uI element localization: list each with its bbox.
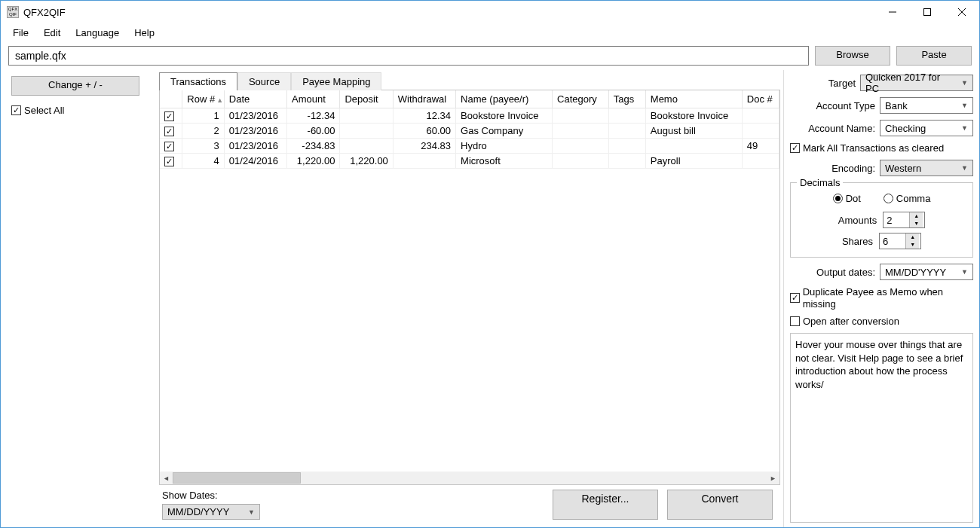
- show-dates-label: Show Dates:: [162, 490, 260, 501]
- account-name-select[interactable]: Checking▼: [880, 120, 973, 136]
- account-type-select[interactable]: Bank▼: [880, 97, 973, 114]
- menu-help[interactable]: Help: [127, 26, 162, 40]
- decimals-legend: Decimals: [797, 177, 843, 188]
- horizontal-scrollbar[interactable]: ◄ ►: [160, 472, 779, 484]
- change-sign-button[interactable]: Change + / -: [11, 76, 139, 96]
- main-area: Change + / - ✓ Select All Transactions S…: [1, 70, 979, 527]
- cell-category: [553, 139, 609, 154]
- cell-withdrawal: 60.00: [393, 124, 455, 139]
- register-button[interactable]: Register...: [553, 490, 658, 520]
- open-after-label: Open after conversion: [803, 316, 899, 327]
- cell-withdrawal: [393, 154, 455, 169]
- table-row[interactable]: ✓201/23/2016-60.0060.00Gas CompanyAugust…: [160, 124, 779, 139]
- tab-transactions[interactable]: Transactions: [159, 72, 237, 90]
- open-after-checkbox[interactable]: [790, 316, 800, 326]
- spinner-down-icon[interactable]: ▼: [910, 220, 923, 227]
- scroll-thumb[interactable]: [173, 472, 301, 484]
- convert-button[interactable]: Convert: [667, 490, 773, 520]
- dup-payee-row[interactable]: ✓ Duplicate Payee as Memo when missing: [790, 286, 973, 310]
- menu-language[interactable]: Language: [68, 26, 127, 40]
- radio-dot[interactable]: [833, 194, 843, 203]
- output-dates-select[interactable]: MM/DD'YYYY▼: [880, 264, 973, 280]
- col-header-row[interactable]: Row #▲: [182, 90, 224, 108]
- spinner-up-icon[interactable]: ▲: [910, 212, 923, 220]
- cell-tags: [608, 139, 645, 154]
- col-header-date[interactable]: Date: [224, 90, 286, 108]
- shares-spinner[interactable]: ▲▼: [879, 233, 921, 249]
- decimals-fieldset: Decimals Dot Comma Amounts: [790, 182, 973, 258]
- svg-rect-1: [924, 9, 931, 16]
- col-header-category[interactable]: Category: [553, 90, 609, 108]
- select-all-checkbox[interactable]: ✓: [11, 105, 21, 115]
- show-dates-select[interactable]: MM/DD/YYYY ▼: [162, 504, 260, 520]
- account-type-label: Account Type: [816, 100, 875, 111]
- spinner-up-icon[interactable]: ▲: [906, 233, 919, 241]
- cell-deposit: [340, 108, 393, 124]
- table-row[interactable]: ✓101/23/2016-12.3412.34Bookstore Invoice…: [160, 108, 779, 124]
- radio-comma-row[interactable]: Comma: [884, 193, 931, 204]
- minimize-button[interactable]: [875, 1, 910, 23]
- col-header-memo[interactable]: Memo: [645, 90, 742, 108]
- file-path-input[interactable]: [8, 46, 809, 66]
- amounts-label: Amounts: [838, 215, 877, 226]
- cell-row: 1: [182, 108, 224, 124]
- hint-box: Hover your mouse over things that are no…: [790, 333, 973, 523]
- cell-date: 01/24/2016: [224, 154, 286, 169]
- paste-button[interactable]: Paste: [896, 46, 972, 66]
- col-header-name[interactable]: Name (payee/r): [456, 90, 553, 108]
- amounts-spinner[interactable]: ▲▼: [883, 212, 925, 228]
- cell-category: [553, 124, 609, 139]
- left-pane: Change + / - ✓ Select All: [1, 70, 159, 527]
- mark-cleared-checkbox[interactable]: ✓: [790, 143, 800, 153]
- cell-tags: [608, 108, 645, 124]
- cell-amount: -12.34: [287, 108, 340, 124]
- row-checkbox[interactable]: ✓: [164, 111, 174, 121]
- menu-file[interactable]: File: [5, 26, 36, 40]
- target-select[interactable]: Quicken 2017 for PC▼: [860, 75, 973, 91]
- menu-edit[interactable]: Edit: [36, 26, 68, 40]
- maximize-button[interactable]: [910, 1, 945, 23]
- cell-deposit: [340, 139, 393, 154]
- scroll-left-icon[interactable]: ◄: [160, 472, 173, 484]
- col-header-check[interactable]: [160, 90, 182, 108]
- dup-payee-label: Duplicate Payee as Memo when missing: [803, 286, 973, 310]
- table-row[interactable]: ✓301/23/2016-234.83234.83Hydro49: [160, 139, 779, 154]
- table-row[interactable]: ✓401/24/20161,220.001,220.00MicrosoftPay…: [160, 154, 779, 169]
- col-header-amount[interactable]: Amount: [287, 90, 340, 108]
- bottom-bar: Show Dates: MM/DD/YYYY ▼ Register... Con…: [159, 485, 780, 527]
- col-header-deposit[interactable]: Deposit: [340, 90, 393, 108]
- cell-tags: [608, 124, 645, 139]
- shares-label: Shares: [842, 236, 873, 247]
- encoding-select[interactable]: Western▼: [880, 160, 973, 176]
- cell-name: Bookstore Invoice: [456, 108, 553, 124]
- tab-payee-mapping[interactable]: Payee Mapping: [291, 72, 381, 90]
- close-button[interactable]: [945, 1, 979, 23]
- shares-input[interactable]: [880, 236, 905, 247]
- scroll-right-icon[interactable]: ►: [767, 472, 779, 484]
- mark-cleared-label: Mark All Transactions as cleared: [803, 142, 944, 154]
- spinner-down-icon[interactable]: ▼: [906, 241, 919, 249]
- cell-row: 2: [182, 124, 224, 139]
- row-checkbox[interactable]: ✓: [164, 127, 174, 136]
- cell-doc: 49: [742, 139, 779, 154]
- col-header-tags[interactable]: Tags: [608, 90, 645, 108]
- radio-dot-row[interactable]: Dot: [833, 193, 861, 204]
- cell-category: [553, 154, 609, 169]
- cell-name: Gas Company: [456, 124, 553, 139]
- row-checkbox[interactable]: ✓: [164, 157, 174, 166]
- window-title: QFX2QIF: [23, 7, 66, 18]
- tab-source[interactable]: Source: [237, 72, 291, 90]
- radio-comma[interactable]: [884, 194, 893, 203]
- browse-button[interactable]: Browse: [815, 46, 890, 66]
- dup-payee-checkbox[interactable]: ✓: [790, 293, 800, 303]
- row-checkbox[interactable]: ✓: [164, 142, 174, 151]
- mark-cleared-row[interactable]: ✓ Mark All Transactions as cleared: [790, 142, 973, 154]
- chevron-down-icon: ▼: [961, 124, 968, 132]
- amounts-input[interactable]: [884, 215, 909, 226]
- col-header-withdrawal[interactable]: Withdrawal: [393, 90, 455, 108]
- open-after-row[interactable]: Open after conversion: [790, 316, 973, 327]
- cell-date: 01/23/2016: [224, 124, 286, 139]
- select-all-row[interactable]: ✓ Select All: [8, 102, 152, 119]
- cell-memo: [645, 139, 742, 154]
- col-header-doc[interactable]: Doc #: [742, 90, 779, 108]
